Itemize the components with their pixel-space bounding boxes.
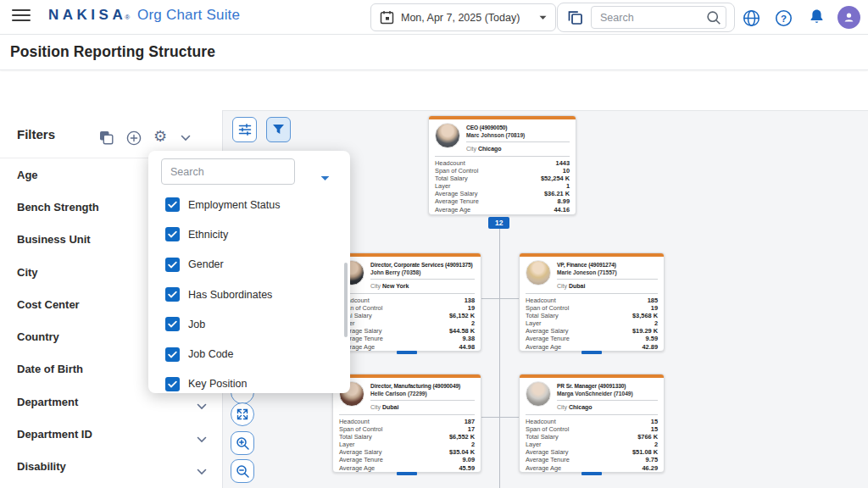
filter-item-department-id[interactable]: Department ID <box>0 418 222 450</box>
org-card-pr-sr-manager[interactable]: PR Sr. Manager (49091330) Marga VonSchne… <box>519 374 665 473</box>
checkbox-checked[interactable] <box>165 258 180 272</box>
checkbox-checked[interactable] <box>165 227 180 241</box>
collapsed-children-indicator[interactable] <box>581 472 602 475</box>
filter-item-label: Country <box>17 330 59 343</box>
title-bar: Position Reporting Structure <box>0 35 868 70</box>
divider <box>370 279 475 280</box>
org-card-director-manufacturing[interactable]: Director, Manufacturing (49090049) Helle… <box>332 374 481 473</box>
collapsed-children-indicator[interactable] <box>581 351 602 354</box>
option-key-position[interactable]: Key Position <box>148 369 350 393</box>
stat-value: 1 <box>566 182 570 190</box>
org-card-ceo[interactable]: CEO (49090050) Marc Johnson (70819) City… <box>428 115 576 215</box>
city-label: City <box>466 146 476 152</box>
city-value: New York <box>382 283 409 289</box>
employee-name: Helle Carlson (72299) <box>370 390 475 397</box>
position-title: Director, Manufacturing (49090049) <box>370 382 475 390</box>
filter-item-disability[interactable]: Disability <box>0 451 222 483</box>
option-label: Employment Status <box>188 199 280 211</box>
filter-sets-icon[interactable] <box>99 130 114 145</box>
divider <box>557 279 658 280</box>
stat-row: Headcount1443 <box>435 159 570 167</box>
stat-row: Average Salary$36.21 K <box>435 190 570 197</box>
chevron-down-icon <box>197 463 207 479</box>
collapsed-children-indicator[interactable] <box>397 351 417 354</box>
option-has-subordinates[interactable]: Has Subordinates <box>148 280 350 309</box>
chevron-down-icon <box>197 431 207 446</box>
org-card-director-corporate-services[interactable]: Director, Corporate Services (49091375) … <box>332 252 481 352</box>
filter-settings-gear-icon[interactable]: ⚙ <box>153 129 167 144</box>
dropdown-search-input[interactable] <box>161 158 295 185</box>
add-filter-icon[interactable] <box>126 130 142 146</box>
checkbox-checked[interactable] <box>165 377 180 391</box>
funnel-icon <box>272 124 285 136</box>
option-job[interactable]: Job <box>148 309 350 339</box>
hamburger-menu-icon[interactable] <box>12 9 31 25</box>
date-picker-value: Mon, Apr 7, 2025 (Today) <box>401 12 532 24</box>
stat-label: Total Salary <box>435 175 468 182</box>
checkbox-checked[interactable] <box>165 287 180 302</box>
zoom-out-icon <box>236 464 250 479</box>
option-label: Key Position <box>188 378 247 390</box>
stat-value: $6,152 K <box>449 312 475 319</box>
stat-value: 9.09 <box>463 456 475 463</box>
calendar-icon <box>380 10 394 25</box>
divider <box>339 414 475 415</box>
product-name: Org Chart Suite <box>137 7 240 24</box>
fit-to-screen-button[interactable] <box>231 402 254 426</box>
stat-label: Average Age <box>435 206 470 214</box>
option-job-code[interactable]: Job Code <box>148 339 350 369</box>
stat-value: $36.21 K <box>544 190 570 197</box>
checkbox-checked[interactable] <box>165 347 180 362</box>
divider <box>370 400 475 401</box>
checkbox-checked[interactable] <box>165 197 180 212</box>
language-globe-icon[interactable] <box>742 8 760 27</box>
org-card-vp-finance[interactable]: VP, Finance (49091274) Marie Joneson (71… <box>519 252 665 352</box>
zoom-in-button[interactable] <box>231 431 254 455</box>
position-title: Director, Corporate Services (49091375) <box>370 261 475 269</box>
stat-row: Headcount15 <box>526 418 658 425</box>
top-bar: NAKISA® Org Chart Suite Mon, Apr 7, 2025… <box>0 0 868 35</box>
checkbox-checked[interactable] <box>165 317 180 331</box>
stat-value: $35.04 K <box>449 448 475 456</box>
position-title: VP, Finance (49091274) <box>557 261 658 269</box>
option-employment-status[interactable]: Employment Status <box>148 190 350 219</box>
stat-value: 9.75 <box>646 456 658 463</box>
filter-item-label: Department <box>17 396 78 408</box>
stat-value: 19 <box>651 304 658 312</box>
svg-text:?: ? <box>780 13 786 23</box>
chart-settings-button[interactable] <box>232 117 257 142</box>
multi-window-icon[interactable] <box>566 9 584 26</box>
subordinate-count-badge[interactable]: 12 <box>488 217 509 229</box>
stat-value: $44.58 K <box>449 327 475 335</box>
notifications-bell-icon[interactable] <box>807 8 826 26</box>
stat-row: Headcount138 <box>339 297 475 304</box>
stat-label: Average Salary <box>526 327 568 335</box>
stat-value: 15 <box>651 425 658 433</box>
search-icon[interactable] <box>706 10 721 29</box>
dropdown-caret-icon[interactable] <box>320 169 330 185</box>
stat-row: Average Salary$51.08 K <box>526 448 658 456</box>
zoom-out-button[interactable] <box>231 459 254 483</box>
dropdown-scrollbar[interactable] <box>344 263 348 337</box>
collapsed-children-indicator[interactable] <box>397 472 417 475</box>
user-avatar[interactable] <box>837 6 860 29</box>
stat-label: Layer <box>339 441 355 448</box>
filter-item-label: Date of Birth <box>17 363 83 375</box>
divider <box>557 400 658 401</box>
option-gender[interactable]: Gender <box>148 250 350 280</box>
stat-value: 44.16 <box>554 206 570 214</box>
stat-row: Total Salary$6,552 K <box>339 433 475 441</box>
collapse-filters-chevron-icon[interactable] <box>181 135 191 141</box>
filter-item-label: City <box>17 266 38 279</box>
help-icon[interactable]: ? <box>774 8 793 27</box>
stat-row: Average Age44.98 <box>339 343 475 351</box>
connector-branch-line <box>481 298 519 299</box>
page-title: Position Reporting Structure <box>10 43 215 61</box>
stat-row: Span of Control17 <box>339 425 475 433</box>
chart-filter-button[interactable] <box>266 117 291 142</box>
date-picker[interactable]: Mon, Apr 7, 2025 (Today) <box>370 3 556 31</box>
option-ethnicity[interactable]: Ethnicity <box>148 219 350 249</box>
employee-name: Marie Joneson (71557) <box>557 269 658 276</box>
city-label: City <box>557 283 567 289</box>
stat-value: 19 <box>468 304 475 312</box>
